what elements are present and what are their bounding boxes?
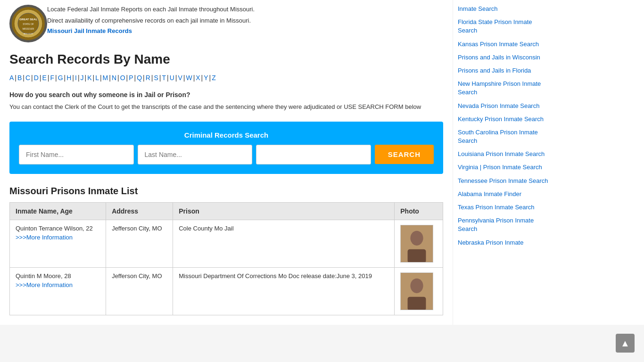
alpha-link-k[interactable]: K [87, 74, 91, 82]
sidebar-link-3[interactable]: Prisons and Jails in Wisconsin [458, 53, 552, 62]
alpha-separator: | [143, 74, 145, 82]
svg-point-8 [411, 231, 423, 246]
logo: GREAT SEAL STATE OF MISSOURI MDCCCXX [9, 5, 47, 42]
sidebar-link-5[interactable]: New Hampshire Prison Inmate Search [458, 80, 552, 97]
alpha-link-i[interactable]: I [75, 74, 77, 82]
inmate-address: Jefferson City, MO [106, 267, 173, 315]
more-info-link[interactable]: >>>More Information [16, 281, 73, 288]
alpha-separator: | [48, 74, 50, 82]
inmate-name: Quintin M Moore, 28 [16, 272, 100, 280]
alpha-link-s[interactable]: S [154, 74, 158, 82]
alpha-link-u[interactable]: U [170, 74, 174, 82]
sidebar-link-9[interactable]: Louisiana Prison Inmate Search [458, 150, 552, 158]
header-desc2: Direct availability of comprehensive rec… [47, 16, 443, 25]
alpha-link-j[interactable]: J [81, 74, 84, 82]
alpha-separator: | [193, 74, 195, 82]
inmate-name: Quinton Terrance Wilson, 22 [16, 225, 100, 232]
alpha-links: A|B|C|D|E|F|G|H|I|J|K|L|M|N|O|P|Q|R|S|T|… [9, 74, 443, 82]
alpha-link-v[interactable]: V [178, 74, 182, 82]
table-row: Quintin M Moore, 28>>>More InformationJe… [10, 267, 443, 315]
alpha-link-f[interactable]: F [50, 74, 54, 82]
alpha-link-m[interactable]: M [103, 74, 108, 82]
alpha-link-y[interactable]: Y [204, 74, 208, 82]
alpha-separator: | [64, 74, 66, 82]
alpha-separator: | [23, 74, 25, 82]
alpha-link-r[interactable]: R [146, 74, 150, 82]
alpha-link-a[interactable]: A [9, 74, 14, 82]
first-name-input[interactable] [19, 145, 134, 165]
alpha-link-x[interactable]: X [196, 74, 200, 82]
sidebar-link-8[interactable]: South Carolina Prison Inmate Search [458, 128, 552, 145]
sidebar-link-13[interactable]: Texas Prison Inmate Search [458, 203, 552, 212]
alpha-link-d[interactable]: D [34, 74, 39, 82]
alpha-link-c[interactable]: C [25, 74, 30, 82]
search-form-row: Nationwide SEARCH [19, 145, 434, 165]
location-input[interactable]: Nationwide [256, 145, 371, 165]
sidebar-link-6[interactable]: Nevada Prison Inmate Search [458, 102, 552, 110]
inmate-list-title: Missouri Prisons Inmate List [9, 186, 443, 197]
sidebar-link-0[interactable]: Inmate Search [458, 5, 552, 13]
table-row: Quinton Terrance Wilson, 22>>>More Infor… [10, 220, 443, 267]
inmate-prison: Cole County Mo Jail [173, 220, 395, 267]
mugshot-image [400, 272, 433, 310]
alpha-separator: | [151, 74, 153, 82]
alpha-link-p[interactable]: P [129, 74, 133, 82]
section-title: Search Records By Name [9, 52, 443, 67]
alpha-separator: | [93, 74, 95, 82]
sidebar-link-14[interactable]: Pennsylvania Prison Inmate Search [458, 216, 552, 233]
sidebar-link-12[interactable]: Alabama Inmate Finder [458, 190, 552, 198]
inmate-name-cell: Quinton Terrance Wilson, 22>>>More Infor… [10, 220, 106, 267]
sidebar-link-2[interactable]: Kansas Prison Inmate Search [458, 40, 552, 49]
mugshot-image [400, 225, 433, 263]
header-area: GREAT SEAL STATE OF MISSOURI MDCCCXX Loc… [9, 5, 443, 42]
col-name: Inmate Name, Age [10, 202, 106, 220]
header-link[interactable]: Missouri Jail Inmate Records [47, 27, 132, 34]
sidebar-link-7[interactable]: Kentucky Prison Inmate Search [458, 115, 552, 123]
alpha-link-h[interactable]: H [66, 74, 71, 82]
alpha-link-t[interactable]: T [162, 74, 166, 82]
svg-point-11 [411, 279, 423, 293]
alpha-separator: | [126, 74, 128, 82]
col-photo: Photo [395, 202, 443, 220]
alpha-link-g[interactable]: G [58, 74, 63, 82]
alpha-separator: | [55, 74, 57, 82]
alpha-link-w[interactable]: W [186, 74, 192, 82]
sidebar-link-10[interactable]: Virginia | Prison Inmate Search [458, 163, 552, 172]
alpha-link-b[interactable]: B [17, 74, 22, 82]
alpha-separator: | [31, 74, 33, 82]
faq-section: How do you search out why someone is in … [9, 91, 443, 112]
inmate-table: Inmate Name, Age Address Prison Photo Qu… [9, 202, 443, 315]
alpha-link-o[interactable]: O [120, 74, 125, 82]
alpha-separator: | [159, 74, 161, 82]
alpha-separator: | [167, 74, 169, 82]
col-address: Address [106, 202, 173, 220]
alpha-link-l[interactable]: L [95, 74, 99, 82]
search-button[interactable]: SEARCH [375, 145, 434, 164]
inmate-prison: Missouri Department Of Corrections Mo Do… [173, 267, 395, 315]
alpha-link-z[interactable]: Z [212, 74, 216, 82]
svg-text:MISSOURI: MISSOURI [23, 27, 34, 30]
alpha-separator: | [100, 74, 102, 82]
alpha-link-q[interactable]: Q [137, 74, 142, 82]
alpha-separator: | [72, 74, 74, 82]
alpha-link-n[interactable]: N [112, 74, 116, 82]
inmate-photo-cell [395, 267, 443, 315]
alpha-separator: | [201, 74, 203, 82]
col-prison: Prison [173, 202, 395, 220]
alpha-separator: | [78, 74, 80, 82]
svg-text:MDCCCXX: MDCCCXX [24, 33, 33, 35]
svg-rect-9 [408, 249, 426, 262]
more-info-link[interactable]: >>>More Information [16, 234, 73, 241]
sidebar: Inmate SearchFlorida State Prison Inmate… [453, 0, 556, 325]
alpha-separator: | [109, 74, 111, 82]
sidebar-link-11[interactable]: Tennessee Prison Inmate Search [458, 177, 552, 185]
sidebar-link-15[interactable]: Nebraska Prison Inmate [458, 239, 552, 247]
last-name-input[interactable] [138, 145, 253, 165]
search-form-box: Criminal Records Search Nationwide SEARC… [9, 122, 443, 174]
inmate-address: Jefferson City, MO [106, 220, 173, 267]
svg-text:STATE OF: STATE OF [23, 23, 34, 25]
sidebar-link-1[interactable]: Florida State Prison Inmate Search [458, 18, 552, 35]
svg-text:GREAT SEAL: GREAT SEAL [19, 18, 38, 21]
sidebar-link-4[interactable]: Prisons and Jails in Florida [458, 66, 552, 75]
alpha-link-e[interactable]: E [42, 74, 47, 82]
